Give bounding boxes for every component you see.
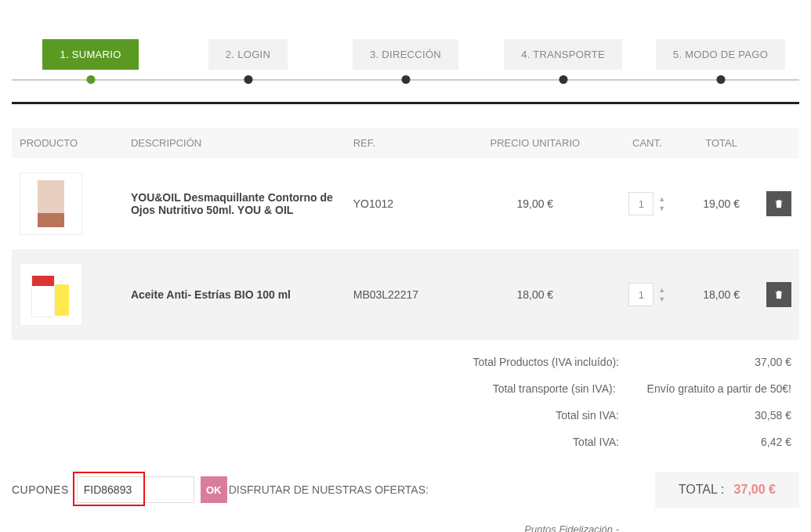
step-payment[interactable]: 5. MODO DE PAGO [642,39,799,70]
th-actions [759,128,799,158]
totals-products-value: 37,00 € [650,356,791,368]
qty-input[interactable] [628,192,654,215]
step-label: 1. SUMARIO [42,39,138,70]
cart-table: PRODUCTO DESCRIPCIÓN REF. PRECIO UNITARI… [12,128,799,340]
step-dot [716,75,725,84]
step-dot [244,75,252,84]
step-label: 4. TRANSPORTE [504,39,622,70]
step-dot [559,75,567,84]
totals-without-vat-value: 30,58 € [650,409,791,422]
divider [12,102,799,104]
step-dot [401,75,410,84]
step-summary[interactable]: 1. SUMARIO [12,39,169,70]
coupon-apply-button[interactable]: OK [201,476,227,503]
totals-shipping-label: Total transporte (sin IVA): [493,382,616,395]
totals-vat-label: Total IVA: [573,436,619,448]
trash-icon [773,289,784,300]
totals-products-label: Total Productos (IVA incluído): [473,356,620,368]
qty-up-icon[interactable]: ▲ [658,196,665,203]
bottom-bar: CUPONES OK DISFRUTAR DE NUESTRAS OFERTAS… [12,472,799,508]
step-login[interactable]: 2. LOGIN [169,39,327,70]
product-description: YOU&OIL Desmaquillante Contorno de Ojos … [123,158,346,249]
product-thumbnail[interactable] [20,263,82,326]
qty-input[interactable] [628,283,654,306]
grand-total-value: 37,00 € [734,483,776,496]
remove-item-button[interactable] [766,191,791,216]
table-row: Aceite Anti- Estrías BIO 100 ml MB03L222… [12,249,799,340]
step-label: 2. LOGIN [208,39,288,70]
product-thumbnail[interactable] [20,172,82,235]
table-row: YOU&OIL Desmaquillante Contorno de Ojos … [12,158,799,249]
product-line-total: 18,00 € [684,249,759,340]
product-unit-price: 18,00 € [460,249,610,340]
grand-total-label: TOTAL : [679,483,724,496]
loyalty-points: Puntos Fidelización - [12,523,799,532]
qty-down-icon[interactable]: ▼ [658,205,665,212]
remove-item-button[interactable] [766,282,791,307]
step-label: 5. MODO DE PAGO [656,39,785,70]
step-dot [86,75,95,84]
th-ref: REF. [346,128,461,158]
th-description: DESCRIPCIÓN [123,128,346,158]
qty-up-icon[interactable]: ▲ [658,287,665,294]
coupon-label: CUPONES [12,483,69,496]
product-description: Aceite Anti- Estrías BIO 100 ml [123,249,346,340]
totals-shipping-value: Envío gratuito a partir de 50€! [647,382,791,395]
product-line-total: 19,00 € [684,158,759,249]
step-address[interactable]: 3. DIRECCIÓN [327,39,484,70]
step-shipping[interactable]: 4. TRANSPORTE [484,39,642,70]
grand-total: TOTAL : 37,00 € [655,472,799,508]
totals-block: Total Productos (IVA incluído): 37,00 € … [12,356,799,448]
th-unit-price: PRECIO UNITARIO [460,128,610,158]
product-ref: MB03L22217 [346,249,461,340]
coupon-input[interactable] [77,476,194,503]
checkout-steps: 1. SUMARIO 2. LOGIN 3. DIRECCIÓN 4. TRAN… [12,39,799,86]
product-unit-price: 19,00 € [460,158,610,249]
step-label: 3. DIRECCIÓN [353,39,458,70]
trash-icon [773,198,784,209]
qty-down-icon[interactable]: ▼ [658,296,665,303]
totals-vat-value: 6,42 € [650,436,791,448]
th-total: TOTAL [684,128,759,158]
th-qty: CANT. [610,128,684,158]
product-ref: YO1012 [346,158,461,249]
th-product: PRODUCTO [12,128,123,158]
offers-text: DISFRUTAR DE NUESTRAS OFERTAS: [229,483,429,496]
totals-without-vat-label: Total sin IVA: [556,409,619,422]
